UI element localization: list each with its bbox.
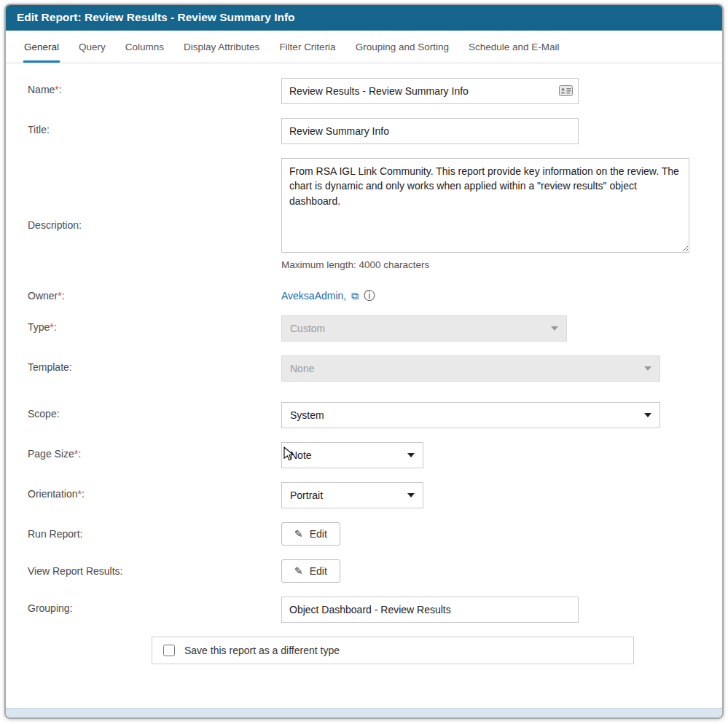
name-input[interactable] — [281, 78, 579, 104]
form-row-scope: Scope: System — [28, 402, 700, 428]
form-row-description: Description: From RSA IGL Link Community… — [28, 158, 700, 270]
grouping-input[interactable] — [281, 597, 579, 623]
colon: : — [78, 448, 81, 460]
info-icon[interactable]: ⓘ — [364, 290, 375, 302]
template-select: None — [281, 355, 660, 382]
form-row-view-report-results: View Report Results: ✎ Edit — [28, 559, 700, 583]
colon: : — [69, 361, 72, 373]
colon: : — [59, 84, 62, 95]
form-row-type: Type*: Custom — [28, 315, 700, 342]
title-label: Title: — [28, 118, 281, 135]
edit-button-label: Edit — [310, 565, 327, 577]
chevron-down-icon — [644, 366, 651, 371]
tab-display-attributes[interactable]: Display Attributes — [183, 31, 260, 63]
tab-schedule-and-email[interactable]: Schedule and E-Mail — [468, 31, 560, 63]
view-report-results-label-text: View Report Results — [28, 565, 120, 577]
name-label: Name*: — [28, 78, 281, 95]
form-row-run-report: Run Report: ✎ Edit — [28, 522, 700, 546]
owner-label: Owner*: — [28, 284, 281, 302]
grouping-label-text: Grouping — [28, 602, 70, 614]
description-label: Description: — [28, 158, 281, 231]
page-size-select[interactable]: Note — [281, 442, 423, 468]
page-size-label: Page Size*: — [28, 442, 281, 460]
tab-bar: General Query Columns Display Attributes… — [6, 31, 722, 63]
orientation-select[interactable]: Portrait — [281, 482, 423, 508]
name-label-text: Name — [28, 84, 55, 95]
form-row-grouping: Grouping: — [28, 597, 700, 623]
template-label-text: Template — [28, 361, 69, 373]
page-size-select-value: Note — [290, 449, 312, 461]
form-row-title: Title: — [28, 118, 700, 144]
colon: : — [79, 219, 82, 231]
orientation-label: Orientation*: — [28, 482, 281, 500]
tab-general[interactable]: General — [23, 31, 60, 63]
pencil-icon: ✎ — [294, 529, 303, 539]
tab-grouping-and-sorting[interactable]: Grouping and Sorting — [355, 31, 450, 63]
save-as-different-type-label: Save this report as a different type — [184, 645, 340, 656]
grouping-label: Grouping: — [28, 597, 281, 614]
tab-query[interactable]: Query — [78, 31, 106, 63]
colon: : — [47, 124, 50, 135]
chevron-down-icon — [644, 413, 651, 417]
template-label: Template: — [28, 355, 281, 373]
edit-report-dialog: Edit Report: Review Results - Review Sum… — [4, 4, 724, 719]
view-report-results-edit-button[interactable]: ✎ Edit — [281, 559, 340, 583]
type-label-text: Type — [28, 321, 50, 333]
owner-label-text: Owner — [28, 290, 58, 302]
save-as-different-type-box: Save this report as a different type — [152, 637, 634, 664]
colon: : — [80, 528, 83, 540]
type-label: Type*: — [28, 315, 281, 333]
contact-card-icon[interactable] — [559, 85, 573, 96]
run-report-label: Run Report: — [28, 522, 281, 540]
view-report-results-label: View Report Results: — [28, 559, 281, 577]
tab-filter-criteria[interactable]: Filter Criteria — [278, 31, 336, 63]
general-form: Name*: Title: — [6, 63, 722, 708]
pencil-icon: ✎ — [294, 566, 303, 576]
orientation-select-value: Portrait — [290, 489, 323, 501]
colon: : — [120, 565, 123, 577]
owner-link[interactable]: AveksaAdmin, — [281, 290, 346, 302]
page-size-label-text: Page Size — [28, 448, 74, 460]
colon: : — [70, 602, 73, 614]
external-link-icon[interactable]: ⧉ — [351, 291, 359, 301]
orientation-label-text: Orientation — [28, 488, 77, 500]
colon: : — [54, 321, 57, 333]
scope-select[interactable]: System — [281, 402, 660, 428]
form-row-owner: Owner*: AveksaAdmin, ⧉ ⓘ — [28, 284, 700, 302]
chevron-down-icon — [407, 493, 415, 497]
colon: : — [57, 408, 60, 420]
chevron-down-icon — [551, 326, 558, 331]
type-select-value: Custom — [290, 323, 325, 334]
edit-button-label: Edit — [310, 528, 327, 540]
title-input[interactable] — [281, 118, 579, 144]
form-row-orientation: Orientation*: Portrait — [28, 482, 700, 508]
scope-label: Scope: — [28, 402, 281, 420]
dialog-title: Edit Report: Review Results - Review Sum… — [6, 5, 722, 31]
type-select: Custom — [281, 315, 567, 342]
title-label-text: Title — [28, 124, 47, 135]
max-length-hint: Maximum length: 4000 characters — [281, 259, 689, 270]
form-row-page-size: Page Size*: Note — [28, 442, 700, 468]
tab-columns[interactable]: Columns — [125, 31, 165, 63]
colon: : — [82, 488, 85, 500]
scope-select-value: System — [290, 409, 324, 421]
scope-label-text: Scope — [28, 408, 57, 420]
run-report-label-text: Run Report — [28, 528, 80, 540]
save-as-different-type-checkbox[interactable] — [163, 645, 175, 656]
template-select-value: None — [290, 363, 314, 374]
colon: : — [62, 290, 65, 302]
description-textarea[interactable]: From RSA IGL Link Community. This report… — [281, 158, 689, 253]
footer-strip — [6, 708, 722, 717]
description-label-text: Description — [28, 219, 79, 231]
form-row-template: Template: None — [28, 355, 700, 382]
form-row-name: Name*: — [28, 78, 700, 104]
chevron-down-icon — [407, 453, 415, 457]
run-report-edit-button[interactable]: ✎ Edit — [281, 522, 340, 546]
